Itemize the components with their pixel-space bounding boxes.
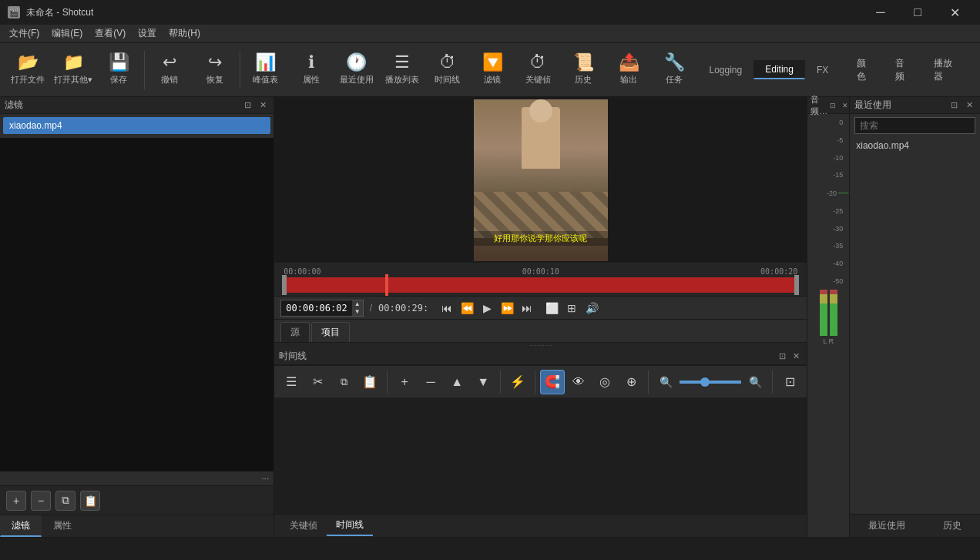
playback-step-back[interactable]: ⏪ [458,299,476,317]
tl-split-btn[interactable]: ⚡ [505,370,530,394]
toolbar-undo[interactable]: ↩ 撤销 [148,46,192,94]
extra-tab-audio[interactable]: 音频 [888,54,920,86]
time-spin-down[interactable]: ▼ [352,308,363,316]
zoom-out-btn[interactable]: 🔍 [653,370,678,394]
toolbar-playlist[interactable]: ☰ 播放列表 [380,46,424,94]
playback-crop[interactable]: ⬜ [542,299,561,317]
scrubber-fill [282,277,799,293]
scrubber-end-handle[interactable] [794,275,799,295]
scrubber-track[interactable] [282,277,799,293]
tl-grid-btn[interactable]: ⊕ [619,370,643,394]
playback-go-end[interactable]: ⏭ [518,299,536,317]
timeline-float-btn[interactable]: ⊡ [776,350,788,363]
playback-volume[interactable]: 🔊 [582,299,601,317]
recent-panel-close[interactable]: ✕ [963,99,975,112]
filter-file-item[interactable]: xiaodao.mp4 [3,117,270,134]
mode-tab-editing[interactable]: Editing [753,60,805,79]
zoom-in-btn[interactable]: 🔍 [743,370,767,394]
audio-bars [809,290,847,336]
tl-menu-btn[interactable]: ☰ [279,370,304,394]
time-spin-up[interactable]: ▲ [352,300,363,308]
audio-label-0: 0 [809,119,847,126]
recent-panel-float[interactable]: ⊡ [948,99,960,112]
tl-cut-btn[interactable]: ✂ [305,370,330,394]
tl-snap-btn[interactable]: 🧲 [540,370,565,394]
recent-bottom-recent-btn[interactable]: 最近使用 [861,516,913,535]
toolbar-keyframe[interactable]: ⏱ 关键侦 [516,46,560,94]
toolbar-history[interactable]: 📜 历史 [562,46,606,94]
filter-more-area: ··· [0,471,274,485]
filter-panel-close[interactable]: ✕ [257,99,269,112]
playback-play[interactable]: ▶ [478,299,496,317]
toolbar-save[interactable]: 💾 保存 [97,46,141,94]
menu-help[interactable]: 帮助(H) [163,25,206,42]
extra-tab-color[interactable]: 颜色 [849,54,881,86]
mode-tab-logging[interactable]: Logging [698,61,754,79]
bottom-tab-keyframe[interactable]: 关键侦 [280,516,327,535]
zoom-slider[interactable] [680,381,741,384]
filter-panel-float[interactable]: ⊡ [241,99,253,112]
scrubber-start-handle[interactable] [282,275,287,295]
tl-lift-btn[interactable]: ▲ [445,370,469,394]
recent-bottom-history-btn[interactable]: 历史 [935,516,969,535]
filter-copy-btn[interactable]: ⧉ [55,491,76,511]
toolbar-peak-meter[interactable]: 📊 峰值表 [243,46,287,94]
extra-tab-player[interactable]: 播放器 [926,54,966,86]
toolbar-recent[interactable]: 🕐 最近使用 [334,46,378,94]
status-bar [0,537,980,560]
open-other-icon: 📁 [63,54,84,71]
history-icon: 📜 [573,54,594,71]
filter-add-btn[interactable]: + [6,491,26,511]
toolbar-open-other[interactable]: 📁 打开其他▾ [52,46,96,94]
export-label: 输出 [620,74,637,86]
playback-step-fwd[interactable]: ⏩ [498,299,516,317]
bottom-tab-timeline[interactable]: 时间线 [327,515,373,536]
app-title: 未命名 - Shotcut [26,6,93,19]
project-tab[interactable]: 项目 [311,322,350,342]
recent-search-input[interactable] [854,117,975,134]
toolbar-filter[interactable]: 🔽 滤镜 [471,46,515,94]
menu-file[interactable]: 文件(F) [3,25,45,42]
audio-float-btn[interactable]: ⊡ [827,100,838,111]
minimize-button[interactable]: ─ [863,0,898,25]
filter-paste-btn[interactable]: 📋 [80,491,100,511]
main-panel-row: 滤镜 ⊡ ✕ xiaodao.mp4 ··· + − ⧉ 📋 滤镜 属性 [0,97,980,537]
timeline-toolbar: ☰ ✂ ⧉ 📋 + ─ ▲ ▼ ⚡ 🧲 👁 ◎ ⊕ 🔍 [274,365,807,397]
menu-edit[interactable]: 编辑(E) [45,25,89,42]
maximize-button[interactable]: □ [900,0,935,25]
audio-label-5: -25 [809,207,847,215]
filter-tab-filters[interactable]: 滤镜 [0,515,42,537]
filter-tab-properties[interactable]: 属性 [42,515,83,537]
mode-tab-fx[interactable]: FX [805,61,840,79]
tl-ripple-all-btn[interactable]: ◎ [592,370,617,394]
tl-add-btn[interactable]: + [392,370,417,394]
toolbar-open-file[interactable]: 📂 打开文件 [6,46,50,94]
tl-fit-btn[interactable]: ⊡ [777,370,802,394]
playback-grid[interactable]: ⊞ [562,299,581,317]
menu-settings[interactable]: 设置 [132,25,163,42]
tl-ripple-btn[interactable]: 👁 [566,370,591,394]
filter-remove-btn[interactable]: − [31,491,51,511]
redo-label: 恢复 [206,74,223,86]
filter-more-icon[interactable]: ··· [261,473,269,484]
panel-drag-handle[interactable]: ⋯⋯⋯ [274,342,807,348]
toolbar-timeline[interactable]: ⏱ 时间线 [425,46,469,94]
toolbar-export[interactable]: 📤 输出 [607,46,651,94]
total-time-display: 00:00:29: [378,303,428,314]
close-button[interactable]: ✕ [937,0,972,25]
menu-view[interactable]: 查看(V) [89,25,132,42]
source-tab[interactable]: 源 [280,322,310,342]
scrubber-position-handle[interactable] [385,274,388,296]
tl-copy-btn[interactable]: ⧉ [331,370,356,394]
tl-overwrite-btn[interactable]: ▼ [471,370,495,394]
tl-paste-btn[interactable]: 📋 [357,370,382,394]
timeline-label: 时间线 [435,74,460,86]
playback-go-start[interactable]: ⏮ [438,299,456,317]
time-label-2: 00:00:20 [760,267,797,276]
tl-remove-btn[interactable]: ─ [418,370,443,394]
timeline-close-btn[interactable]: ✕ [790,350,802,363]
recent-item-0[interactable]: xiaodao.mp4 [850,137,980,154]
toolbar-redo[interactable]: ↪ 恢复 [193,46,237,94]
toolbar-jobs[interactable]: 🔧 任务 [653,46,696,94]
toolbar-properties[interactable]: ℹ 属性 [289,46,333,94]
